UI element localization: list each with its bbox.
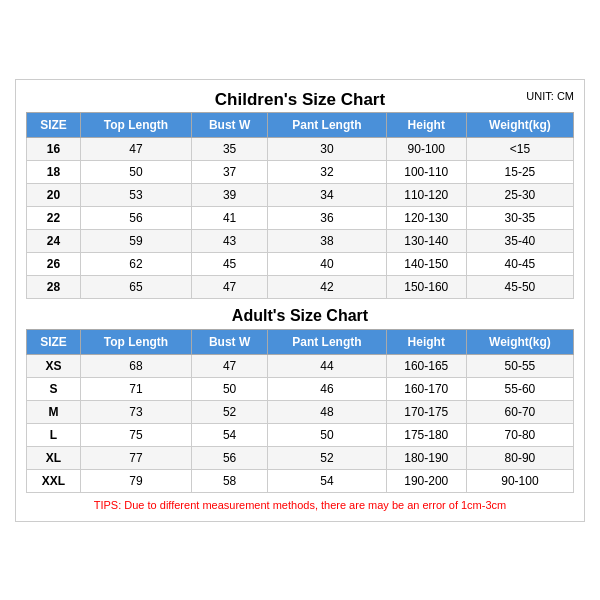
table-cell: 68	[80, 354, 191, 377]
table-cell: 38	[268, 229, 386, 252]
table-cell: 40-45	[466, 252, 573, 275]
table-cell: 120-130	[386, 206, 466, 229]
table-cell: 43	[192, 229, 268, 252]
table-cell: 160-165	[386, 354, 466, 377]
table-cell: 100-110	[386, 160, 466, 183]
table-cell: 22	[27, 206, 81, 229]
table-cell: L	[27, 423, 81, 446]
table-cell: 37	[192, 160, 268, 183]
table-row: 1647353090-100<15	[27, 137, 574, 160]
table-cell: 140-150	[386, 252, 466, 275]
table-cell: 62	[80, 252, 191, 275]
table-row: 20533934110-12025-30	[27, 183, 574, 206]
table-cell: 180-190	[386, 446, 466, 469]
table-cell: 26	[27, 252, 81, 275]
table-cell: 73	[80, 400, 191, 423]
table-cell: 16	[27, 137, 81, 160]
table-cell: 25-30	[466, 183, 573, 206]
table-cell: XL	[27, 446, 81, 469]
table-cell: 70-80	[466, 423, 573, 446]
table-cell: 44	[268, 354, 386, 377]
table-cell: 39	[192, 183, 268, 206]
table-cell: 80-90	[466, 446, 573, 469]
table-row: 26624540140-15040-45	[27, 252, 574, 275]
table-cell: 175-180	[386, 423, 466, 446]
table-cell: 41	[192, 206, 268, 229]
table-cell: <15	[466, 137, 573, 160]
table-cell: 45-50	[466, 275, 573, 298]
table-cell: 110-120	[386, 183, 466, 206]
table-row: 24594338130-14035-40	[27, 229, 574, 252]
adult-col-size: SIZE	[27, 329, 81, 354]
table-row: M735248170-17560-70	[27, 400, 574, 423]
table-row: XXL795854190-20090-100	[27, 469, 574, 492]
table-cell: 46	[268, 377, 386, 400]
table-cell: 47	[192, 275, 268, 298]
table-cell: 79	[80, 469, 191, 492]
table-cell: 52	[192, 400, 268, 423]
table-cell: 45	[192, 252, 268, 275]
table-cell: 20	[27, 183, 81, 206]
table-cell: 32	[268, 160, 386, 183]
adult-chart-title: Adult's Size Chart	[26, 307, 574, 325]
table-cell: 90-100	[386, 137, 466, 160]
table-cell: 130-140	[386, 229, 466, 252]
table-row: 28654742150-16045-50	[27, 275, 574, 298]
table-cell: 50	[268, 423, 386, 446]
col-size: SIZE	[27, 112, 81, 137]
table-cell: 160-170	[386, 377, 466, 400]
children-size-table: SIZE Top Length Bust W Pant Length Heigh…	[26, 112, 574, 299]
table-cell: 75	[80, 423, 191, 446]
adult-col-height: Height	[386, 329, 466, 354]
table-cell: XXL	[27, 469, 81, 492]
tips-text: TIPS: Due to different measurement metho…	[26, 499, 574, 511]
table-row: S715046160-17055-60	[27, 377, 574, 400]
table-cell: 42	[268, 275, 386, 298]
col-weight: Weight(kg)	[466, 112, 573, 137]
table-cell: 50	[80, 160, 191, 183]
table-cell: 71	[80, 377, 191, 400]
adult-col-top-length: Top Length	[80, 329, 191, 354]
table-row: XS684744160-16550-55	[27, 354, 574, 377]
table-cell: 15-25	[466, 160, 573, 183]
col-pant-length: Pant Length	[268, 112, 386, 137]
table-cell: 54	[268, 469, 386, 492]
col-bust-w: Bust W	[192, 112, 268, 137]
table-cell: 65	[80, 275, 191, 298]
table-cell: 60-70	[466, 400, 573, 423]
adult-size-table: SIZE Top Length Bust W Pant Length Heigh…	[26, 329, 574, 493]
table-cell: 24	[27, 229, 81, 252]
table-cell: 77	[80, 446, 191, 469]
table-cell: 28	[27, 275, 81, 298]
adult-header-row: SIZE Top Length Bust W Pant Length Heigh…	[27, 329, 574, 354]
table-cell: 35	[192, 137, 268, 160]
adult-title-text: Adult's Size Chart	[232, 307, 368, 324]
table-cell: 50	[192, 377, 268, 400]
table-cell: 48	[268, 400, 386, 423]
table-cell: 56	[80, 206, 191, 229]
table-cell: 18	[27, 160, 81, 183]
table-cell: 47	[80, 137, 191, 160]
col-height: Height	[386, 112, 466, 137]
children-chart-title: Children's Size Chart UNIT: CM	[26, 90, 574, 110]
table-cell: 52	[268, 446, 386, 469]
table-cell: 190-200	[386, 469, 466, 492]
table-cell: 30	[268, 137, 386, 160]
table-cell: 36	[268, 206, 386, 229]
table-row: L755450175-18070-80	[27, 423, 574, 446]
table-cell: 35-40	[466, 229, 573, 252]
table-cell: 90-100	[466, 469, 573, 492]
table-cell: 50-55	[466, 354, 573, 377]
table-cell: 58	[192, 469, 268, 492]
table-cell: 150-160	[386, 275, 466, 298]
table-cell: 55-60	[466, 377, 573, 400]
children-title-text: Children's Size Chart	[215, 90, 385, 109]
table-row: 22564136120-13030-35	[27, 206, 574, 229]
table-cell: 30-35	[466, 206, 573, 229]
chart-container: Children's Size Chart UNIT: CM SIZE Top …	[15, 79, 585, 522]
table-row: XL775652180-19080-90	[27, 446, 574, 469]
adult-col-bust-w: Bust W	[192, 329, 268, 354]
table-cell: 34	[268, 183, 386, 206]
table-row: 18503732100-11015-25	[27, 160, 574, 183]
table-cell: 54	[192, 423, 268, 446]
